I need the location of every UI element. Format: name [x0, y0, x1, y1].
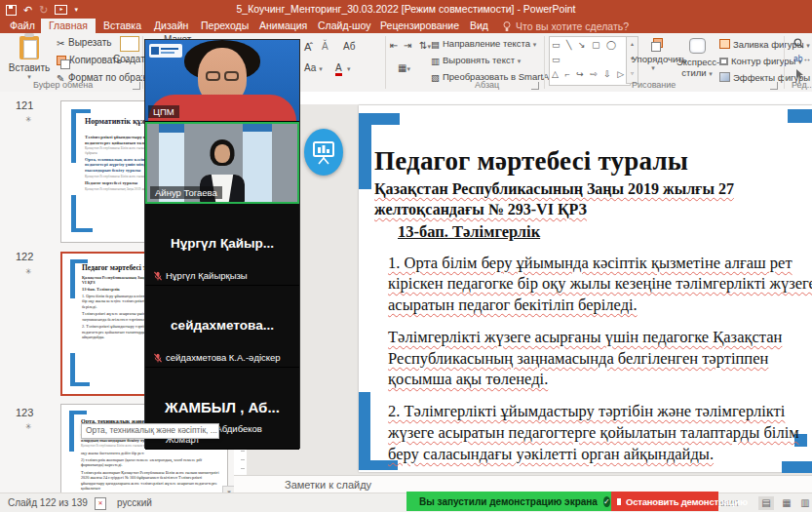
normal-view-icon[interactable]: ▤ — [758, 496, 774, 510]
share-check-icon: ✓ — [603, 496, 610, 507]
ribbon-tab-row: Файл Главная Вставка Дизайн Переходы Ани… — [0, 20, 812, 33]
drawing-dialog-launcher[interactable] — [770, 82, 778, 90]
shape-outline-button[interactable]: Контур фигуры ▾ — [719, 56, 802, 66]
arrange-icon — [647, 38, 660, 50]
slide-title[interactable]: Педагог мәртебесі туралы — [374, 146, 812, 177]
presentation-board-icon — [312, 139, 335, 165]
copy-icon — [57, 56, 66, 64]
participant-name-badge: ЦПМ — [148, 105, 179, 118]
new-slide-button[interactable]: Создать слайд — [113, 36, 146, 81]
columns-button[interactable]: ▦▾ — [398, 62, 410, 73]
participant-tile-nurgul[interactable]: Нұргүл Қайыр... Нұргүл Қайырқызы — [145, 204, 299, 286]
tab-slideshow[interactable]: Слайд-шоу — [310, 20, 378, 33]
animation-star-icon[interactable]: ✳ — [25, 267, 32, 276]
paste-icon — [19, 36, 39, 59]
change-case-button[interactable]: Аа ▾ — [304, 62, 323, 73]
screen-share-indicator-icon — [304, 129, 343, 176]
align-text-button[interactable]: ▥Выровнять текст ▾ — [431, 55, 521, 65]
slide-accent-topleft-horizontal — [359, 113, 400, 125]
notes-placeholder[interactable]: Заметки к слайду — [285, 479, 371, 491]
participant-name-badge: сейдахметова К.А.-әдіскер — [148, 351, 286, 364]
paragraph-group-label: Абзац — [475, 80, 499, 90]
language-indicator[interactable]: русский — [117, 497, 152, 508]
ribbon: Вставить ▾ ✂Вырезать Копировать ▾ ✎Форма… — [0, 33, 812, 93]
reading-view-icon[interactable]: ▥ — [797, 496, 812, 510]
share-banner-message: Вы запустили демонстрацию экрана — [419, 496, 598, 507]
slide-paragraph[interactable]: 2. Тәлімгерлікті ұйымдастыру тәртібін жә… — [388, 401, 812, 464]
clipboard-dialog-launcher[interactable] — [133, 82, 140, 90]
screen-share-banner: Вы запустили демонстрацию экрана ✓ — [406, 492, 611, 511]
video-tile-cpm[interactable]: ЦПМ — [145, 40, 299, 122]
shape-fill-icon — [719, 39, 730, 49]
slide-editor[interactable]: Педагог мәртебесі туралы Қазақстан Респу… — [359, 105, 812, 472]
find-button[interactable] — [793, 38, 804, 51]
tab-review[interactable]: Рецензирование — [372, 20, 467, 33]
drawing-group-label: Рисование — [632, 80, 676, 90]
tab-home[interactable]: Главная — [41, 19, 96, 33]
text-direction-icon: ▤ — [431, 39, 440, 48]
stop-share-button[interactable]: Остановить демонстрацию — [611, 492, 718, 511]
text-direction-button[interactable]: ▤Направление текста ▾ — [431, 38, 536, 49]
editing-group-label: Ред... — [792, 80, 812, 90]
clipboard-group-label: Буфер обмена — [33, 80, 93, 90]
tab-view[interactable]: Вид — [462, 20, 496, 33]
grow-font-button[interactable]: А̂ — [304, 41, 311, 53]
spellcheck-icon[interactable]: ✕ — [95, 497, 106, 510]
zoom-participants-panel[interactable]: ЦПМ Айнур Тогаева Нұргүл Қайыр... Нұргүл… — [144, 39, 300, 449]
decrease-indent-button[interactable]: ⇤ — [390, 40, 398, 51]
cut-button[interactable]: ✂Вырезать — [57, 37, 111, 48]
arrange-button[interactable]: Упорядочить ▾ — [632, 38, 675, 72]
participant-display-name: сейдахметова... — [145, 318, 299, 333]
slide-paragraph[interactable]: 1. Орта білім беру ұйымында кәсіптік қыз… — [388, 253, 812, 316]
org-logo — [149, 44, 182, 58]
increase-indent-button[interactable]: ⇥ — [404, 40, 411, 51]
horizontal-ruler[interactable] — [247, 92, 812, 105]
quick-styles-icon — [689, 38, 706, 54]
replace-button[interactable]: ab↔ — [793, 54, 811, 63]
paste-button[interactable]: Вставить ▾ — [8, 36, 51, 81]
cursor-icon — [795, 69, 804, 80]
slide-text-block[interactable]: Педагог мәртебесі туралы Қазақстан Респу… — [374, 146, 812, 464]
title-bar: ↶ ↻ ▸ ▾ 5_Коучинг_Менторинг_30.03.2022 [… — [0, 0, 812, 20]
video-tile-ainur[interactable]: Айнур Тогаева — [145, 122, 299, 204]
search-icon — [793, 38, 804, 49]
stop-icon — [617, 498, 621, 505]
participant-name-badge: Нұргүл Қайырқызы — [148, 269, 252, 282]
participant-display-name: Нұргүл Қайыр... — [145, 236, 299, 251]
muted-mic-icon — [153, 353, 163, 363]
slide-sorter-view-icon[interactable]: ▦ — [779, 496, 794, 510]
shrink-font-button[interactable]: А̌ — [322, 41, 329, 52]
animation-star-icon[interactable]: ✳ — [25, 115, 32, 124]
window-title: 5_Коучинг_Менторинг_30.03.2022 [Режим со… — [0, 3, 812, 15]
paragraph-dialog-launcher[interactable] — [531, 82, 539, 90]
slide-accent-topright — [788, 109, 812, 123]
slide-counter: Слайд 122 из 139 — [8, 497, 88, 508]
clear-formatting-button[interactable]: Аб — [343, 41, 355, 52]
line-spacing-button[interactable]: ⇅▾ — [419, 40, 431, 51]
tab-transitions[interactable]: Переходы — [193, 20, 256, 33]
shape-effects-icon — [719, 72, 730, 82]
tab-animation[interactable]: Анимация — [251, 20, 315, 33]
font-color-button[interactable]: А — [335, 62, 342, 76]
thumbnail-number: 121 — [16, 99, 33, 111]
new-slide-icon — [120, 36, 139, 52]
lightbulb-icon — [503, 21, 511, 32]
slide-subtitle[interactable]: Қазақстан Республикасының Заңы 2019 жылғ… — [374, 179, 812, 220]
tab-insert[interactable]: Вставка — [96, 20, 149, 33]
thumbnail-number: 122 — [16, 251, 33, 262]
participant-tile-seidakhmetova[interactable]: сейдахметова... сейдахметова К.А.-әдіске… — [145, 286, 299, 368]
slide-paragraph[interactable]: Тәлімгерлікті жүзеге асырғаны үшін педаг… — [388, 327, 812, 390]
scissors-icon: ✂ — [57, 38, 65, 47]
thumbnails-scroll-down-button[interactable]: ▾ — [222, 486, 234, 492]
slide-title-tooltip: Орта, техникалық және кәсіптік, ... — [81, 423, 219, 439]
slide-heading[interactable]: 13-бап. Тәлімгерлік — [398, 222, 812, 242]
shapes-gallery[interactable]: ▭ ╲ ↘ ▢ ◯ ▭ △ ⌐ ↪ ⇨ ⇩ ▷ ✳ ⌒ ∿ { } ☆ — [549, 36, 631, 86]
animation-star-icon[interactable]: ✳ — [25, 422, 32, 431]
tab-design[interactable]: Дизайн — [146, 20, 196, 33]
participant-name-badge: Айнур Тогаева — [150, 186, 222, 199]
tab-file[interactable]: Файл — [2, 20, 43, 33]
glasses — [206, 71, 239, 81]
participant-display-name: ЖАМБЫЛ , Аб... — [145, 398, 299, 414]
tell-me-search[interactable]: Что вы хотите сделать? — [503, 20, 629, 33]
quick-styles-button[interactable]: Экспресс- стили ▾ — [677, 38, 717, 78]
